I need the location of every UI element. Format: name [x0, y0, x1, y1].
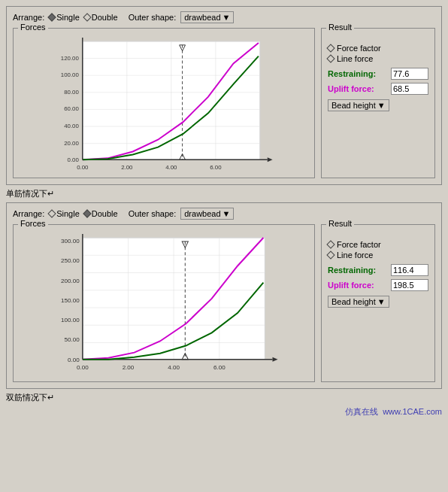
single-diamond-2 — [48, 209, 56, 217]
result-box-1: Result Force factor Line force Restraini… — [321, 28, 435, 178]
single-label-1: Single — [56, 13, 80, 22]
arrange-row-2: Arrange: Single Double Outer shape: draw… — [13, 208, 435, 220]
restraining-row-1: Restraining: — [328, 68, 428, 80]
svg-text:0.00: 0.00 — [77, 164, 89, 171]
svg-text:4.00: 4.00 — [168, 364, 180, 371]
svg-text:200.00: 200.00 — [61, 278, 80, 284]
svg-text:250.00: 250.00 — [61, 257, 80, 264]
restraining-label-1: Restraining: — [328, 69, 388, 78]
bead-height-arrow-1: ▼ — [377, 101, 386, 110]
forces-title-2: Forces — [18, 219, 48, 228]
svg-marker-16 — [268, 157, 273, 162]
single-radio-2[interactable]: Single — [49, 209, 80, 218]
forces-title-1: Forces — [18, 23, 48, 32]
svg-text:0.00: 0.00 — [77, 364, 89, 371]
bead-height-row-2: Bead height ▼ — [328, 296, 428, 308]
dropdown-arrow-2: ▼ — [222, 209, 231, 218]
line-force-label-1: Line force — [337, 54, 373, 63]
uplift-label-2: Uplift force: — [328, 281, 388, 290]
line-force-item-2: Line force — [328, 251, 428, 260]
bottom-watermark: 仿真在线 www.1CAE.com — [6, 406, 442, 418]
force-factor-label-1: Force factor — [337, 44, 381, 53]
bead-height-dropdown-1[interactable]: Bead height ▼ — [328, 99, 389, 111]
double-radio-2[interactable]: Double — [84, 209, 118, 218]
line-force-diamond-1 — [326, 54, 334, 62]
svg-text:50.00: 50.00 — [65, 336, 80, 343]
result-title-2: Result — [326, 219, 354, 228]
outer-shape-dropdown-2[interactable]: drawbead ▼ — [180, 208, 234, 220]
double-label-1: Double — [92, 13, 118, 22]
svg-text:40.00: 40.00 — [64, 123, 79, 129]
arrange-label-2: Arrange: — [13, 209, 44, 218]
svg-text:2.00: 2.00 — [121, 164, 133, 171]
force-factor-item-2: Force factor — [328, 240, 428, 249]
outer-shape-label-2: Outer shape: — [129, 209, 177, 218]
svg-text:60.00: 60.00 — [64, 105, 79, 112]
arrange-row-1: Arrange: Single Double Outer shape: draw… — [13, 11, 435, 23]
result-title-1: Result — [326, 23, 354, 32]
restraining-input-2[interactable] — [391, 264, 428, 276]
svg-text:150.00: 150.00 — [61, 297, 80, 304]
outer-shape-dropdown-1[interactable]: drawbead ▼ — [180, 11, 234, 23]
force-factor-item-1: Force factor — [328, 44, 428, 53]
line-force-diamond-2 — [326, 251, 334, 259]
bead-height-row-1: Bead height ▼ — [328, 99, 428, 111]
force-factor-label-2: Force factor — [337, 240, 381, 249]
result-items-2: Force factor Line force — [328, 240, 428, 260]
forces-section-2: Forces — [13, 224, 435, 382]
caption-1: 单筋情况下↵ — [6, 188, 442, 199]
svg-text:100.00: 100.00 — [61, 71, 80, 78]
panel-double: Arrange: Single Double Outer shape: draw… — [6, 202, 442, 389]
result-items-1: Force factor Line force — [328, 44, 428, 63]
double-diamond-2 — [83, 209, 91, 217]
uplift-row-2: Uplift force: — [328, 279, 428, 291]
uplift-label-1: Uplift force: — [328, 84, 388, 93]
double-radio-1[interactable]: Double — [84, 13, 118, 22]
line-force-item-1: Line force — [328, 54, 428, 63]
svg-text:20.00: 20.00 — [64, 140, 79, 147]
force-factor-diamond-1 — [326, 44, 334, 52]
restraining-row-2: Restraining: — [328, 264, 428, 276]
line-force-label-2: Line force — [337, 251, 373, 260]
uplift-input-2[interactable] — [391, 279, 428, 291]
chart-svg-1: 0.00 20.00 40.00 60.00 80.00 100.00 120.… — [17, 38, 311, 175]
svg-marker-48 — [273, 357, 278, 362]
restraining-input-1[interactable] — [391, 68, 428, 80]
svg-text:80.00: 80.00 — [64, 89, 79, 96]
outer-shape-label-1: Outer shape: — [129, 13, 177, 22]
forces-box-2: Forces — [13, 224, 315, 382]
restraining-label-2: Restraining: — [328, 266, 388, 275]
dropdown-arrow-1: ▼ — [222, 13, 231, 22]
double-label-2: Double — [92, 209, 118, 218]
result-box-2: Result Force factor Line force Restraini… — [321, 224, 435, 382]
force-factor-diamond-2 — [326, 240, 334, 248]
chart-svg-2: 0.00 50.00 100.00 150.00 200.00 250.00 3… — [17, 234, 311, 378]
svg-text:6.00: 6.00 — [213, 364, 226, 371]
svg-text:100.00: 100.00 — [61, 317, 80, 323]
single-diamond-1 — [48, 13, 56, 21]
svg-text:4.00: 4.00 — [165, 164, 177, 171]
svg-text:300.00: 300.00 — [61, 238, 80, 244]
svg-text:2.00: 2.00 — [123, 364, 135, 371]
forces-section-1: Forces — [13, 28, 435, 178]
single-label-2: Single — [56, 209, 80, 218]
svg-text:0.00: 0.00 — [68, 156, 80, 163]
forces-box-1: Forces — [13, 28, 315, 178]
bead-height-dropdown-2[interactable]: Bead height ▼ — [328, 296, 389, 308]
uplift-row-1: Uplift force: — [328, 83, 428, 95]
arrange-label-1: Arrange: — [13, 13, 44, 22]
caption-2: 双筋情况下↵ — [6, 392, 442, 403]
double-diamond-1 — [83, 13, 91, 21]
bead-height-arrow-2: ▼ — [377, 297, 386, 306]
uplift-input-1[interactable] — [391, 83, 428, 95]
svg-text:0.00: 0.00 — [68, 357, 80, 363]
svg-text:120.00: 120.00 — [61, 55, 80, 62]
single-radio-1[interactable]: Single — [49, 13, 80, 22]
panel-single: Arrange: Single Double Outer shape: draw… — [6, 6, 442, 185]
svg-text:6.00: 6.00 — [210, 164, 222, 171]
